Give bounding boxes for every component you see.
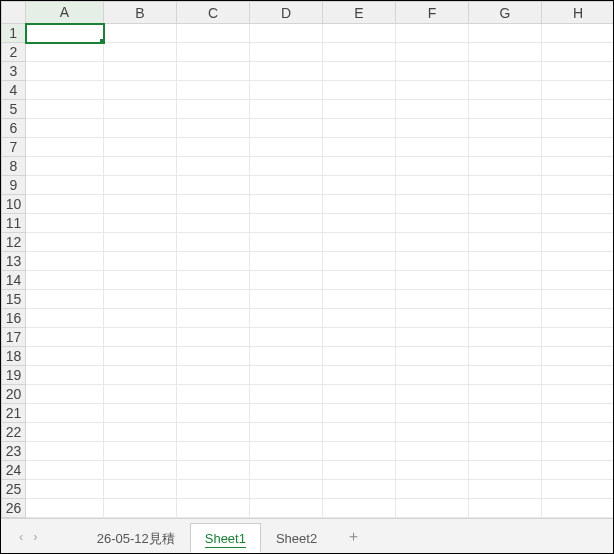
cell-E4[interactable] <box>323 81 396 100</box>
cell-B7[interactable] <box>104 138 177 157</box>
cell-C11[interactable] <box>177 214 250 233</box>
cell-A12[interactable] <box>26 233 104 252</box>
cell-C3[interactable] <box>177 62 250 81</box>
cell-E16[interactable] <box>323 309 396 328</box>
cell-H25[interactable] <box>542 480 615 499</box>
cell-C9[interactable] <box>177 176 250 195</box>
cell-G10[interactable] <box>469 195 542 214</box>
row-header-6[interactable]: 6 <box>2 119 26 138</box>
cell-F16[interactable] <box>396 309 469 328</box>
row-header-1[interactable]: 1 <box>2 24 26 43</box>
cell-E9[interactable] <box>323 176 396 195</box>
cell-F3[interactable] <box>396 62 469 81</box>
cell-E26[interactable] <box>323 499 396 518</box>
cell-H16[interactable] <box>542 309 615 328</box>
cell-A23[interactable] <box>26 442 104 461</box>
cell-F21[interactable] <box>396 404 469 423</box>
cell-H14[interactable] <box>542 271 615 290</box>
cell-A25[interactable] <box>26 480 104 499</box>
row-header-9[interactable]: 9 <box>2 176 26 195</box>
row-header-19[interactable]: 19 <box>2 366 26 385</box>
cell-D14[interactable] <box>250 271 323 290</box>
cell-A15[interactable] <box>26 290 104 309</box>
cell-A7[interactable] <box>26 138 104 157</box>
cell-B9[interactable] <box>104 176 177 195</box>
cell-C23[interactable] <box>177 442 250 461</box>
cell-A2[interactable] <box>26 43 104 62</box>
row-header-4[interactable]: 4 <box>2 81 26 100</box>
cell-C26[interactable] <box>177 499 250 518</box>
cell-E18[interactable] <box>323 347 396 366</box>
cell-A3[interactable] <box>26 62 104 81</box>
row-header-2[interactable]: 2 <box>2 43 26 62</box>
row-header-25[interactable]: 25 <box>2 480 26 499</box>
cell-C15[interactable] <box>177 290 250 309</box>
row-header-20[interactable]: 20 <box>2 385 26 404</box>
add-sheet-button[interactable]: ＋ <box>332 527 375 546</box>
cell-H22[interactable] <box>542 423 615 442</box>
cell-H19[interactable] <box>542 366 615 385</box>
cell-F12[interactable] <box>396 233 469 252</box>
cell-F11[interactable] <box>396 214 469 233</box>
cell-D15[interactable] <box>250 290 323 309</box>
cell-A11[interactable] <box>26 214 104 233</box>
cell-D13[interactable] <box>250 252 323 271</box>
cell-D6[interactable] <box>250 119 323 138</box>
cell-H7[interactable] <box>542 138 615 157</box>
cell-G9[interactable] <box>469 176 542 195</box>
cell-F2[interactable] <box>396 43 469 62</box>
cell-D23[interactable] <box>250 442 323 461</box>
cell-G2[interactable] <box>469 43 542 62</box>
cell-H21[interactable] <box>542 404 615 423</box>
cell-B2[interactable] <box>104 43 177 62</box>
cell-C13[interactable] <box>177 252 250 271</box>
row-header-8[interactable]: 8 <box>2 157 26 176</box>
row-header-26[interactable]: 26 <box>2 499 26 518</box>
cell-D7[interactable] <box>250 138 323 157</box>
cell-C12[interactable] <box>177 233 250 252</box>
cell-G6[interactable] <box>469 119 542 138</box>
cell-E13[interactable] <box>323 252 396 271</box>
cell-F15[interactable] <box>396 290 469 309</box>
cell-G4[interactable] <box>469 81 542 100</box>
cell-D11[interactable] <box>250 214 323 233</box>
row-header-24[interactable]: 24 <box>2 461 26 480</box>
cell-G22[interactable] <box>469 423 542 442</box>
cell-G19[interactable] <box>469 366 542 385</box>
select-all-corner[interactable] <box>2 2 26 24</box>
cell-G26[interactable] <box>469 499 542 518</box>
cell-B15[interactable] <box>104 290 177 309</box>
cell-F5[interactable] <box>396 100 469 119</box>
cell-E15[interactable] <box>323 290 396 309</box>
row-header-23[interactable]: 23 <box>2 442 26 461</box>
cell-E11[interactable] <box>323 214 396 233</box>
cell-H23[interactable] <box>542 442 615 461</box>
cell-F17[interactable] <box>396 328 469 347</box>
cell-H13[interactable] <box>542 252 615 271</box>
cell-E21[interactable] <box>323 404 396 423</box>
cell-H3[interactable] <box>542 62 615 81</box>
row-header-5[interactable]: 5 <box>2 100 26 119</box>
cell-A22[interactable] <box>26 423 104 442</box>
cell-F26[interactable] <box>396 499 469 518</box>
row-header-7[interactable]: 7 <box>2 138 26 157</box>
cell-H12[interactable] <box>542 233 615 252</box>
cell-A26[interactable] <box>26 499 104 518</box>
cell-E19[interactable] <box>323 366 396 385</box>
cell-H10[interactable] <box>542 195 615 214</box>
cell-B17[interactable] <box>104 328 177 347</box>
cell-D4[interactable] <box>250 81 323 100</box>
sheet-tab-2[interactable]: Sheet2 <box>261 523 332 553</box>
cell-A5[interactable] <box>26 100 104 119</box>
cell-A13[interactable] <box>26 252 104 271</box>
row-header-12[interactable]: 12 <box>2 233 26 252</box>
cell-G17[interactable] <box>469 328 542 347</box>
cell-A9[interactable] <box>26 176 104 195</box>
cell-F14[interactable] <box>396 271 469 290</box>
cell-E22[interactable] <box>323 423 396 442</box>
cell-C17[interactable] <box>177 328 250 347</box>
cell-C4[interactable] <box>177 81 250 100</box>
cell-C14[interactable] <box>177 271 250 290</box>
cell-A1[interactable] <box>26 24 104 43</box>
cell-A17[interactable] <box>26 328 104 347</box>
